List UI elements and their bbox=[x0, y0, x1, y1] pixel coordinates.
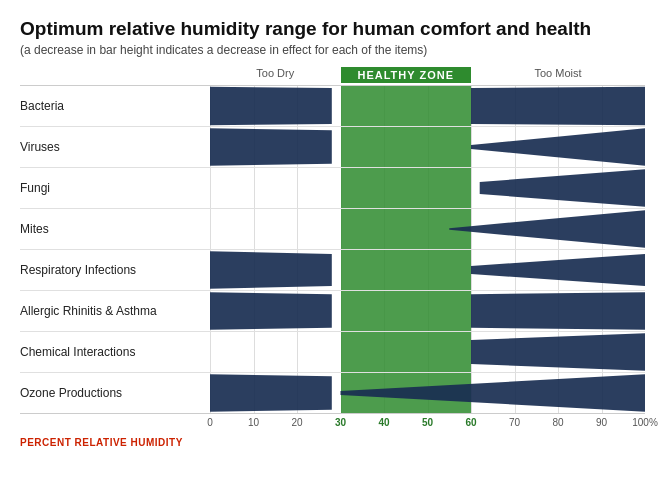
table-row: Chemical Interactions bbox=[20, 332, 645, 373]
bar-area bbox=[210, 373, 645, 413]
zone-headers: Too Dry HEALTHY ZONE Too Moist bbox=[210, 67, 645, 83]
row-label: Viruses bbox=[20, 140, 210, 154]
table-row: Allergic Rhinitis & Asthma bbox=[20, 291, 645, 332]
x-axis-tick-label: 80 bbox=[552, 417, 563, 428]
svg-marker-11 bbox=[210, 374, 332, 412]
x-axis-tick-label: 40 bbox=[378, 417, 389, 428]
x-axis-tick-label: 90 bbox=[596, 417, 607, 428]
svg-marker-8 bbox=[210, 292, 332, 330]
svg-marker-10 bbox=[471, 333, 645, 371]
bar-shape-svg bbox=[210, 127, 645, 167]
bar-area bbox=[210, 332, 645, 372]
x-axis-tick-label: 10 bbox=[248, 417, 259, 428]
svg-marker-7 bbox=[471, 254, 645, 286]
x-axis-tick-label: 0 bbox=[207, 417, 213, 428]
table-row: Viruses bbox=[20, 127, 645, 168]
row-label: Allergic Rhinitis & Asthma bbox=[20, 304, 210, 318]
row-label: Bacteria bbox=[20, 99, 210, 113]
row-label: Chemical Interactions bbox=[20, 345, 210, 359]
bar-shape-svg bbox=[210, 209, 645, 249]
bar-shape-svg bbox=[210, 168, 645, 208]
bar-area bbox=[210, 168, 645, 208]
percent-humidity-label: PERCENT RELATIVE HUMIDITY bbox=[20, 437, 210, 448]
x-axis-tick-label: 30 bbox=[335, 417, 346, 428]
svg-marker-2 bbox=[210, 128, 332, 166]
svg-marker-1 bbox=[471, 87, 645, 125]
x-axis-row: 0102030405060708090100% bbox=[20, 417, 645, 433]
chart-subtitle: (a decrease in bar height indicates a de… bbox=[20, 43, 645, 57]
svg-marker-12 bbox=[341, 374, 646, 412]
bar-shape-svg bbox=[210, 373, 645, 413]
x-axis-tick-label: 20 bbox=[291, 417, 302, 428]
x-axis-tick-label: 50 bbox=[422, 417, 433, 428]
svg-marker-0 bbox=[210, 87, 332, 125]
svg-marker-4 bbox=[480, 169, 645, 207]
row-label: Respiratory Infections bbox=[20, 263, 210, 277]
table-row: Fungi bbox=[20, 168, 645, 209]
bar-area bbox=[210, 209, 645, 249]
x-axis-tick-label: 60 bbox=[465, 417, 476, 428]
chart-title: Optimum relative humidity range for huma… bbox=[20, 18, 645, 41]
row-label: Mites bbox=[20, 222, 210, 236]
percent-label-row: PERCENT RELATIVE HUMIDITY bbox=[20, 437, 645, 448]
x-axis-labels: 0102030405060708090100% bbox=[210, 417, 645, 433]
table-row: Ozone Productions bbox=[20, 373, 645, 413]
bar-shape-svg bbox=[210, 332, 645, 372]
row-label: Ozone Productions bbox=[20, 386, 210, 400]
table-row: Respiratory Infections bbox=[20, 250, 645, 291]
bar-shape-svg bbox=[210, 291, 645, 331]
svg-marker-3 bbox=[471, 128, 645, 166]
svg-marker-9 bbox=[471, 292, 645, 330]
zone-too-dry-label: Too Dry bbox=[210, 67, 341, 83]
chart-container: Too Dry HEALTHY ZONE Too Moist BacteriaV… bbox=[20, 67, 645, 448]
zone-header-row: Too Dry HEALTHY ZONE Too Moist bbox=[20, 67, 645, 83]
bar-area bbox=[210, 127, 645, 167]
zone-healthy-label: HEALTHY ZONE bbox=[341, 67, 472, 83]
bar-area bbox=[210, 291, 645, 331]
svg-marker-6 bbox=[210, 251, 332, 289]
x-axis-tick-label: 70 bbox=[509, 417, 520, 428]
data-rows: BacteriaVirusesFungiMitesRespiratory Inf… bbox=[20, 85, 645, 414]
bar-area bbox=[210, 250, 645, 290]
row-label: Fungi bbox=[20, 181, 210, 195]
table-row: Mites bbox=[20, 209, 645, 250]
x-axis-tick-label: 100% bbox=[632, 417, 658, 428]
zone-too-moist-label: Too Moist bbox=[471, 67, 645, 83]
bar-shape-svg bbox=[210, 250, 645, 290]
bar-area bbox=[210, 86, 645, 126]
bar-shape-svg bbox=[210, 86, 645, 126]
svg-marker-5 bbox=[449, 210, 645, 248]
table-row: Bacteria bbox=[20, 86, 645, 127]
